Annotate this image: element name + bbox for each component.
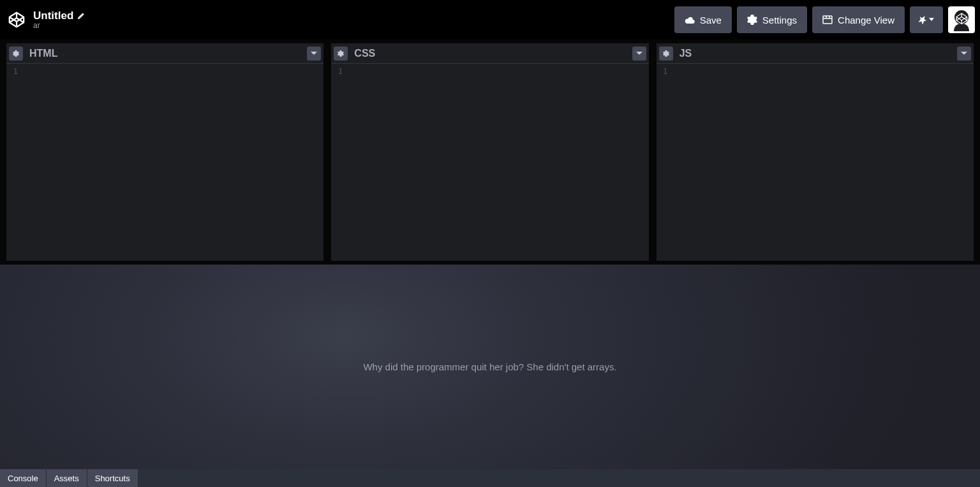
line-number: 1 xyxy=(663,66,668,76)
user-avatar[interactable] xyxy=(948,6,975,33)
line-number: 1 xyxy=(338,66,343,76)
chevron-down-icon xyxy=(929,18,934,22)
css-gutter: 1 xyxy=(331,64,348,261)
js-settings-button[interactable] xyxy=(659,47,673,61)
gear-icon xyxy=(747,15,757,25)
change-view-label: Change View xyxy=(838,15,895,25)
js-editor-body[interactable]: 1 xyxy=(657,64,974,261)
js-code-area[interactable] xyxy=(673,64,974,261)
gear-icon xyxy=(13,50,19,57)
pen-title[interactable]: Untitled xyxy=(33,10,73,22)
css-code-area[interactable] xyxy=(348,64,648,261)
preview-pane: Why did the programmer quit her job? She… xyxy=(0,265,980,469)
gear-icon xyxy=(663,50,669,57)
html-panel-title: HTML xyxy=(29,48,307,59)
pencil-icon[interactable] xyxy=(77,12,85,20)
header-buttons: Save Settings Change View xyxy=(674,6,975,33)
html-collapse-button[interactable] xyxy=(307,47,321,61)
app-header: Untitled ar Save Settings xyxy=(0,0,980,40)
footer-bar: Console Assets Shortcuts xyxy=(0,469,980,487)
save-button[interactable]: Save xyxy=(674,6,732,33)
css-editor-body[interactable]: 1 xyxy=(331,64,648,261)
js-panel-title: JS xyxy=(679,48,957,59)
html-code-area[interactable] xyxy=(23,64,323,261)
chevron-down-icon xyxy=(961,52,967,55)
js-panel: JS 1 xyxy=(657,43,974,261)
settings-label: Settings xyxy=(762,15,797,25)
html-panel: HTML 1 xyxy=(6,43,323,261)
js-gutter: 1 xyxy=(657,64,673,261)
js-panel-header: JS xyxy=(657,43,974,64)
pin-button[interactable] xyxy=(910,6,943,33)
gear-icon xyxy=(338,50,344,57)
preview-placeholder: Why did the programmer quit her job? She… xyxy=(363,361,616,372)
css-panel-title: CSS xyxy=(354,48,632,59)
title-area: Untitled ar xyxy=(33,10,668,30)
change-view-button[interactable]: Change View xyxy=(812,6,905,33)
editor-row: HTML 1 CSS xyxy=(0,40,980,265)
js-collapse-button[interactable] xyxy=(957,47,971,61)
cloud-icon xyxy=(685,16,695,24)
css-collapse-button[interactable] xyxy=(632,47,646,61)
html-panel-header: HTML xyxy=(6,43,323,64)
pin-icon xyxy=(919,15,926,24)
chevron-down-icon xyxy=(636,52,642,55)
assets-button[interactable]: Assets xyxy=(47,469,87,487)
shortcuts-button[interactable]: Shortcuts xyxy=(87,469,138,487)
html-editor-body[interactable]: 1 xyxy=(6,64,323,261)
chevron-down-icon xyxy=(311,52,317,55)
layout-icon xyxy=(822,15,833,24)
html-settings-button[interactable] xyxy=(9,47,23,61)
console-button[interactable]: Console xyxy=(0,469,47,487)
css-settings-button[interactable] xyxy=(334,47,348,61)
pen-author[interactable]: ar xyxy=(33,21,668,30)
line-number: 1 xyxy=(13,66,18,76)
save-label: Save xyxy=(700,15,722,25)
settings-button[interactable]: Settings xyxy=(737,6,807,33)
svg-rect-3 xyxy=(823,16,832,24)
css-panel: CSS 1 xyxy=(331,43,648,261)
codepen-logo[interactable] xyxy=(6,10,27,30)
css-panel-header: CSS xyxy=(331,43,648,64)
html-gutter: 1 xyxy=(6,64,23,261)
